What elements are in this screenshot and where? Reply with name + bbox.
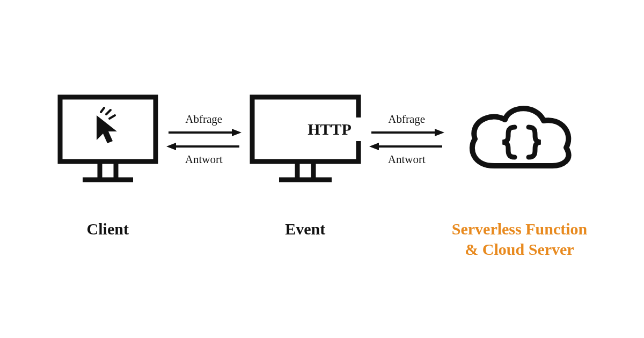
arrows-client-event: Abfrage Antwort [159,91,249,188]
arrows-event-cloud: Abfrage Antwort [362,91,452,188]
event-label: Event [285,219,325,239]
http-text: HTTP [308,120,352,138]
client-node: Client [57,91,159,239]
response-label-1: Antwort [185,153,223,166]
request-label-2: Abfrage [388,113,425,126]
arrow-right-icon [369,127,444,138]
svg-line-5 [101,108,104,112]
cloud-node: Serverless Function & Cloud Server [452,91,587,259]
cloud-label-line2: & Cloud Server [465,240,574,258]
event-monitor-icon: HTTP [249,91,362,188]
svg-marker-4 [97,115,117,143]
client-label: Client [87,219,129,239]
response-label-2: Antwort [388,153,426,166]
svg-marker-9 [232,129,241,136]
arrow-right-icon [166,127,241,138]
svg-line-6 [106,110,111,114]
svg-marker-16 [435,129,444,136]
arrow-left-icon [166,141,241,152]
event-node: HTTP Event [249,91,362,239]
cloud-label-line1: Serverless Function [452,220,587,238]
svg-line-7 [109,115,115,119]
architecture-diagram: Client Abfrage Antwort HTTP [0,91,644,259]
arrow-left-icon [369,141,444,152]
svg-marker-18 [369,143,379,150]
svg-marker-11 [166,143,176,150]
cloud-label: Serverless Function & Cloud Server [452,219,587,259]
request-label-1: Abfrage [185,113,222,126]
client-monitor-icon [57,91,159,188]
cloud-function-icon [463,91,576,188]
